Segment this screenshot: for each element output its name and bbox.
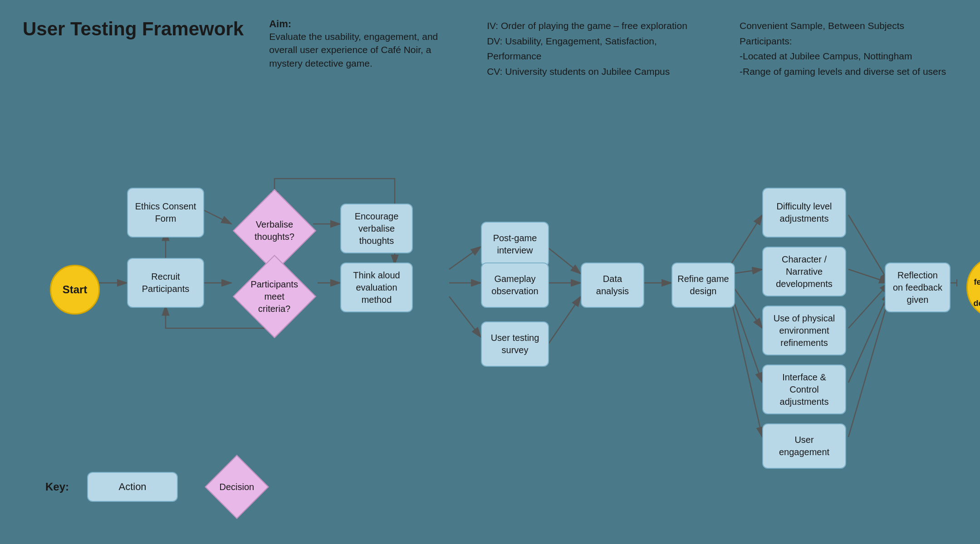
key-action: Action <box>87 472 178 502</box>
page-title: User Testing Framework <box>23 18 242 40</box>
aim-text: Evaluate the usability, engagement, and … <box>269 30 460 70</box>
key-decision-wrapper: Decision <box>196 460 278 514</box>
svg-line-16 <box>730 215 762 265</box>
iv-line-1: IV: Order of playing the game – free exp… <box>487 18 712 34</box>
svg-line-14 <box>547 296 581 346</box>
svg-line-9 <box>449 247 481 269</box>
refine-game-node: Refine game design <box>671 262 735 308</box>
encourage-node: Encourage verbalise thoughts <box>340 204 413 253</box>
svg-line-12 <box>547 247 581 274</box>
svg-line-24 <box>848 292 889 383</box>
svg-line-22 <box>848 269 889 283</box>
user-engagement-node: User engagement <box>762 423 846 469</box>
difficulty-node: Difficulty level adjustments <box>762 188 846 238</box>
key-label: Key: <box>45 481 69 493</box>
svg-line-21 <box>848 215 889 283</box>
sample-block: Convenient Sample, Between Subjects Part… <box>740 18 957 79</box>
key-section: Key: Action Decision <box>45 460 278 514</box>
svg-line-20 <box>730 296 762 437</box>
character-node: Character / Narrative developments <box>762 247 846 296</box>
svg-line-17 <box>730 269 762 274</box>
reflection-node: Reflection on feedback given <box>885 262 951 312</box>
svg-line-23 <box>848 283 889 328</box>
key-diamond: Decision <box>205 455 269 519</box>
aim-label: Aim: <box>269 18 460 30</box>
iv-line-3: CV: University students on Jubilee Campu… <box>487 64 712 79</box>
page-container: User Testing Framework Aim: Evaluate the… <box>0 0 980 544</box>
iv-block: IV: Order of playing the game – free exp… <box>487 18 712 79</box>
aim-block: Aim: Evaluate the usability, engagement,… <box>269 18 460 70</box>
data-analysis-node: Data analysis <box>581 262 644 308</box>
sample-line-1: Convenient Sample, Between Subjects Part… <box>740 18 957 49</box>
user-testing-node: User testing survey <box>481 321 549 367</box>
ethics-consent-node: Ethics Consent Form <box>127 188 204 238</box>
svg-line-4 <box>204 210 231 224</box>
participants-meet-node: Participants meet criteria? <box>231 260 318 333</box>
post-game-node: Post-game interview <box>481 222 549 267</box>
iv-line-2: DV: Usability, Engagement, Satisfaction,… <box>487 34 712 64</box>
think-aloud-node: Think aloud evaluation method <box>340 262 413 312</box>
take-feedback-node: Take feedback for future developme... <box>966 256 980 319</box>
recruit-node: Recruit Participants <box>127 258 204 308</box>
start-node: Start <box>50 265 100 315</box>
physical-env-node: Use of physical environment refinements <box>762 306 846 355</box>
svg-line-11 <box>449 296 481 337</box>
svg-line-19 <box>730 292 762 383</box>
flowchart: Start Ethics Consent Form Recruit Partic… <box>23 88 957 532</box>
interface-node: Interface & Control adjustments <box>762 364 846 414</box>
svg-line-18 <box>730 283 762 328</box>
header: User Testing Framework Aim: Evaluate the… <box>23 18 957 79</box>
svg-line-25 <box>848 296 889 437</box>
gameplay-obs-node: Gameplay observation <box>481 262 549 308</box>
sample-line-2: -Located at Jubilee Campus, Nottingham <box>740 49 957 64</box>
sample-line-3: -Range of gaming levels and diverse set … <box>740 64 957 79</box>
